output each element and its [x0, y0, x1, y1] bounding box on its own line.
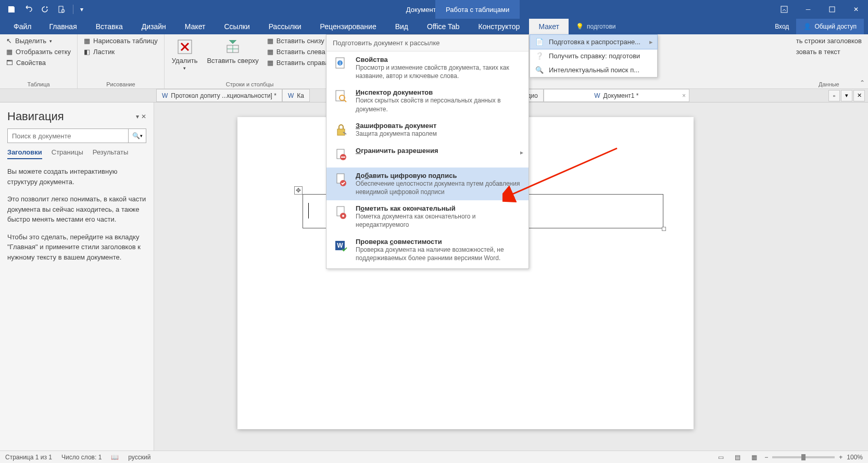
prepare-compatibility[interactable]: W Проверка совместимостиПроверка докумен…: [326, 234, 529, 266]
close-button[interactable]: ✕: [844, 0, 868, 19]
tab-table-layout[interactable]: Макет: [529, 19, 569, 34]
eraser-button[interactable]: ◧Ластик: [81, 47, 161, 57]
tab-list-button[interactable]: ▾: [841, 90, 852, 101]
close-all-button[interactable]: ✕: [853, 90, 865, 101]
sign-in-button[interactable]: Вход: [768, 23, 796, 30]
insert-row-below-icon: ▦: [267, 37, 273, 45]
svg-text:W: W: [337, 242, 343, 249]
nav-close-button[interactable]: ✕: [141, 113, 146, 120]
redo-button[interactable]: [37, 2, 52, 17]
prepare-icon: 📄: [535, 38, 544, 46]
delete-button[interactable]: Удалить▾: [168, 36, 202, 73]
table-resize-handle[interactable]: [662, 227, 666, 231]
save-button[interactable]: [4, 2, 19, 17]
tab-references[interactable]: Ссылки: [215, 19, 259, 34]
zoom-level[interactable]: 100%: [847, 454, 863, 461]
svg-point-19: [342, 215, 344, 217]
nav-search-input[interactable]: [8, 129, 128, 143]
nav-tab-pages[interactable]: Страницы: [52, 148, 83, 159]
tab-officetab[interactable]: Office Tab: [418, 19, 469, 34]
group-draw-label: Рисование: [81, 80, 161, 87]
lightbulb-icon: 💡: [576, 23, 584, 30]
doctab-1[interactable]: WПротокол допиту ...кциональности] *: [156, 89, 282, 102]
insert-right-button[interactable]: ▦Вставить справа: [264, 58, 332, 68]
tellme-suggestions-popup: 📄 Подготовка к распростране... ▸ ❔ Получ…: [530, 34, 658, 78]
status-language[interactable]: русский: [128, 454, 150, 461]
tab-review[interactable]: Рецензирование: [311, 19, 386, 34]
group-data-label: Данные: [793, 80, 865, 87]
qat-customize-button[interactable]: ▾: [78, 2, 86, 17]
nav-tab-headings[interactable]: Заголовки: [7, 148, 42, 159]
print-preview-button[interactable]: [54, 2, 69, 17]
search-icon: 🔍: [535, 66, 544, 74]
tab-view[interactable]: Вид: [386, 19, 418, 34]
help-icon: ❔: [535, 52, 544, 60]
prepare-inspect[interactable]: ИИнспектор документовнспектор документов…: [326, 84, 529, 117]
nav-search-button[interactable]: 🔍▾: [128, 129, 146, 143]
tellme-item-prepare[interactable]: 📄 Подготовка к распростране... ▸: [530, 34, 658, 49]
status-page[interactable]: Страница 1 из 1: [5, 454, 52, 461]
zoom-in-button[interactable]: +: [839, 454, 842, 461]
doctab-2[interactable]: WКа: [282, 89, 310, 102]
maximize-button[interactable]: [820, 0, 844, 19]
insert-above-button[interactable]: Вставить сверху: [203, 36, 262, 67]
titlebar: ▾ Документ1 - Word Работа с таблицами ─ …: [0, 0, 868, 19]
view-print-button[interactable]: ▤: [731, 452, 744, 462]
properties-button[interactable]: 🗔Свойства: [3, 58, 74, 68]
quick-access-toolbar: ▾: [0, 2, 86, 17]
ribbon-options-button[interactable]: [772, 0, 796, 19]
nav-options-button[interactable]: ▾: [136, 113, 139, 120]
nav-search[interactable]: 🔍▾: [7, 128, 146, 143]
select-button[interactable]: ↖Выделить▾: [3, 36, 74, 46]
chevron-down-icon: ▾: [49, 38, 52, 44]
tab-design[interactable]: Дизайн: [132, 19, 175, 34]
tellme-item-help[interactable]: ❔ Получить справку: подготови: [530, 49, 657, 63]
convert-to-text-button[interactable]: зовать в текст: [793, 47, 865, 57]
tab-table-design[interactable]: Конструктор: [469, 19, 530, 34]
nav-help-text: Вы можете создать интерактивную структур…: [7, 166, 146, 269]
close-tab-icon[interactable]: ×: [682, 92, 686, 99]
doctab-4[interactable]: WДокумент1 *×: [544, 89, 689, 102]
collapse-ribbon-button[interactable]: ⌃: [860, 79, 865, 86]
minimize-button[interactable]: ─: [796, 0, 820, 19]
prepare-add-signature[interactable]: Добавить цифровую подписьОбеспечение цел…: [326, 168, 529, 200]
prepare-properties[interactable]: i СвойстваПросмотр и изменение свойств д…: [326, 52, 529, 84]
share-button[interactable]: 👤 Общий доступ: [796, 19, 864, 34]
view-gridlines-button[interactable]: ▦Отобразить сетку: [3, 47, 74, 57]
tell-me-box[interactable]: 💡 подготови: [569, 19, 623, 34]
cursor-icon: ↖: [6, 37, 12, 45]
undo-button[interactable]: [21, 2, 35, 17]
draw-table-button[interactable]: ▦Нарисовать таблицу: [81, 36, 161, 46]
view-read-button[interactable]: ▭: [714, 452, 727, 462]
insert-left-button[interactable]: ▦Вставить слева: [264, 47, 332, 57]
zoom-slider[interactable]: [772, 456, 835, 458]
proofing-icon[interactable]: 📖: [111, 454, 119, 461]
view-web-button[interactable]: ▦: [748, 452, 760, 462]
chevron-right-icon: ▸: [649, 38, 653, 46]
insert-below-button[interactable]: ▦Вставить снизу: [264, 36, 332, 46]
chevron-right-icon: ▸: [520, 149, 523, 156]
group-rows-cols: Удалить▾ Вставить сверху ▦Вставить снизу…: [165, 34, 336, 88]
prepare-mark-final[interactable]: Пометить как окончательныйПометка докуме…: [326, 200, 529, 233]
tab-home[interactable]: Главная: [40, 19, 86, 34]
prepare-encrypt[interactable]: Зашифровать документЗащита документа пар…: [326, 118, 529, 143]
zoom-out-button[interactable]: −: [764, 454, 768, 461]
new-tab-button[interactable]: ▫: [828, 90, 840, 101]
tab-file[interactable]: Файл: [5, 19, 40, 34]
tab-layout[interactable]: Макет: [175, 19, 215, 34]
tellme-item-smart-lookup[interactable]: 🔍 Интеллектуальный поиск п...: [530, 63, 657, 77]
tab-mailings[interactable]: Рассылки: [259, 19, 311, 34]
share-label: Общий доступ: [814, 23, 857, 30]
signature-icon: [333, 172, 349, 188]
repeat-header-rows-button[interactable]: ть строки заголовков: [793, 36, 865, 46]
table-tools-label: Работа с таблицами: [435, 0, 520, 19]
pencil-table-icon: ▦: [84, 37, 90, 45]
tab-insert[interactable]: Вставка: [86, 19, 132, 34]
prepare-restrict[interactable]: Ограничить разрешения ▸: [326, 143, 529, 168]
ribbon-tabs: Файл Главная Вставка Дизайн Макет Ссылки…: [0, 19, 868, 34]
status-words[interactable]: Число слов: 1: [61, 454, 102, 461]
insert-col-left-icon: ▦: [267, 48, 273, 56]
text-cursor: [308, 203, 309, 218]
svg-rect-3: [829, 7, 835, 12]
nav-tab-results[interactable]: Результаты: [93, 148, 128, 159]
